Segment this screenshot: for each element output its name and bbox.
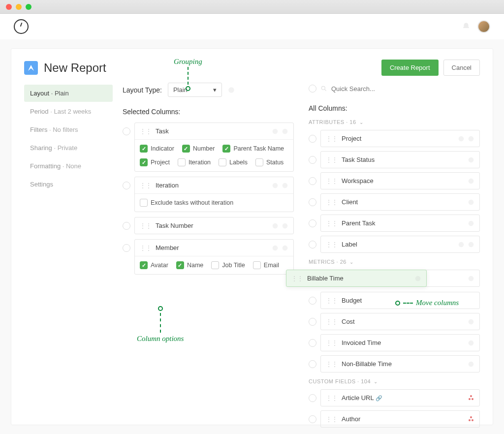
create-report-button[interactable]: Create Report <box>381 60 439 76</box>
group-header-attributes[interactable]: ATTRIBUTES · 16 ⌄ <box>309 119 480 125</box>
available-column-non-billable-time[interactable]: ⋮⋮Non-Billable Time <box>320 355 480 372</box>
drag-handle-icon[interactable]: ⋮⋮ <box>326 221 338 226</box>
search-input[interactable] <box>331 85 480 93</box>
group-radio[interactable] <box>309 156 316 164</box>
drag-handle-icon[interactable]: ⋮⋮ <box>140 129 152 134</box>
checkbox[interactable] <box>182 145 190 153</box>
option-job-title[interactable]: Job Title <box>211 261 245 269</box>
info-icon[interactable] <box>228 87 235 93</box>
drag-handle-icon[interactable]: ⋮⋮ <box>326 341 338 345</box>
window-min-dot[interactable] <box>16 4 22 10</box>
available-column-budget[interactable]: ⋮⋮Budget <box>320 292 480 309</box>
group-radio[interactable] <box>309 198 316 206</box>
dragging-column[interactable]: ⋮⋮ Billable Time <box>286 270 427 287</box>
info-icon[interactable] <box>468 199 474 206</box>
drag-handle-icon[interactable]: ⋮⋮ <box>326 179 338 184</box>
info-icon[interactable] <box>468 178 474 185</box>
group-radio[interactable] <box>309 415 316 423</box>
drag-handle-icon[interactable]: ⋮⋮ <box>326 242 338 247</box>
group-radio[interactable] <box>123 222 130 230</box>
available-column-parent-task[interactable]: ⋮⋮Parent Task <box>320 215 480 232</box>
info-icon[interactable] <box>468 318 474 325</box>
info-icon[interactable] <box>468 340 474 346</box>
info-icon[interactable] <box>468 135 474 142</box>
option-project[interactable]: Project <box>140 158 170 166</box>
gear-icon[interactable] <box>458 241 465 248</box>
drag-handle-icon[interactable]: ⋮⋮ <box>291 276 303 281</box>
available-column-workspace[interactable]: ⋮⋮Workspace <box>320 172 480 189</box>
app-logo[interactable] <box>14 19 29 34</box>
checkbox[interactable] <box>140 145 148 153</box>
checkbox[interactable] <box>178 158 186 166</box>
info-icon[interactable] <box>282 182 288 189</box>
gear-icon[interactable] <box>272 182 279 189</box>
group-radio[interactable] <box>309 177 316 185</box>
info-icon[interactable] <box>282 245 288 251</box>
sidebar-item-period[interactable]: Period · Last 2 weeks <box>24 103 113 120</box>
available-column-label[interactable]: ⋮⋮Label <box>320 236 480 253</box>
group-radio[interactable] <box>309 135 316 143</box>
checkbox[interactable] <box>176 261 184 269</box>
option-avatar[interactable]: Avatar <box>140 261 168 269</box>
available-column-client[interactable]: ⋮⋮Client <box>320 193 480 211</box>
checkbox[interactable] <box>140 158 148 166</box>
window-max-dot[interactable] <box>26 4 32 10</box>
gear-icon[interactable] <box>458 135 465 142</box>
available-column-invoiced-time[interactable]: ⋮⋮Invoiced Time <box>320 334 480 351</box>
cancel-button[interactable]: Cancel <box>443 60 480 76</box>
checkbox[interactable] <box>140 261 148 269</box>
checkbox[interactable] <box>219 158 226 166</box>
checkbox[interactable] <box>211 261 219 269</box>
checkbox[interactable] <box>222 145 230 153</box>
window-close-dot[interactable] <box>6 4 12 10</box>
column-header[interactable]: ⋮⋮Task Number <box>135 217 293 234</box>
sidebar-item-sharing[interactable]: Sharing · Private <box>24 139 113 156</box>
available-column-project[interactable]: ⋮⋮Project <box>320 130 480 147</box>
option-indicator[interactable]: Indicator <box>140 145 174 153</box>
available-column-article-url[interactable]: ⋮⋮Article URL 🔗 <box>320 389 480 406</box>
option-labels[interactable]: Labels <box>219 158 248 166</box>
group-radio[interactable] <box>309 339 316 347</box>
drag-handle-icon[interactable]: ⋮⋮ <box>326 200 338 205</box>
info-icon[interactable] <box>282 222 288 229</box>
group-radio[interactable] <box>309 394 316 402</box>
group-radio[interactable] <box>309 297 316 305</box>
drag-handle-icon[interactable]: ⋮⋮ <box>326 396 338 401</box>
info-icon[interactable] <box>468 156 474 163</box>
option-email[interactable]: Email <box>253 261 279 269</box>
sidebar-item-formatting[interactable]: Formatting · None <box>24 157 113 175</box>
group-header-custom-fields[interactable]: CUSTOM FIELDS · 104 ⌄ <box>309 378 480 384</box>
column-header[interactable]: ⋮⋮Task <box>135 123 293 139</box>
checkbox[interactable] <box>255 158 263 166</box>
sidebar-item-settings[interactable]: Settings <box>24 176 113 193</box>
group-header-metrics[interactable]: METRICS · 26 ⌄ <box>309 259 480 265</box>
drag-handle-icon[interactable]: ⋮⋮ <box>326 157 338 162</box>
sidebar-item-filters[interactable]: Filters · No filters <box>24 121 113 138</box>
group-radio[interactable] <box>123 182 130 189</box>
option-parent-task-name[interactable]: Parent Task Name <box>222 145 284 153</box>
group-radio[interactable] <box>123 127 130 135</box>
available-column-task-status[interactable]: ⋮⋮Task Status <box>320 151 480 168</box>
drag-handle-icon[interactable]: ⋮⋮ <box>326 136 338 141</box>
group-radio[interactable] <box>309 318 316 326</box>
group-radio[interactable] <box>309 360 316 368</box>
drag-handle-icon[interactable]: ⋮⋮ <box>140 183 152 188</box>
available-column-cost[interactable]: ⋮⋮Cost <box>320 313 480 330</box>
info-icon[interactable] <box>468 220 474 227</box>
drag-handle-icon[interactable]: ⋮⋮ <box>326 417 338 422</box>
info-icon[interactable] <box>468 241 474 248</box>
drag-handle-icon[interactable]: ⋮⋮ <box>326 298 338 303</box>
drag-handle-icon[interactable]: ⋮⋮ <box>140 223 152 228</box>
checkbox[interactable] <box>140 199 148 207</box>
gear-icon[interactable] <box>272 245 279 251</box>
available-column-author[interactable]: ⋮⋮Author <box>320 410 480 428</box>
gear-icon[interactable] <box>272 222 279 229</box>
option-number[interactable]: Number <box>182 145 215 153</box>
option-exclude-tasks-without-iteration[interactable]: Exclude tasks without iteration <box>140 199 233 207</box>
layout-type-select[interactable]: Plain ▾ <box>168 83 222 97</box>
checkbox[interactable] <box>253 261 261 269</box>
group-radio[interactable] <box>309 219 316 227</box>
drag-handle-icon[interactable]: ⋮⋮ <box>140 246 152 250</box>
drag-handle-icon[interactable]: ⋮⋮ <box>326 319 338 324</box>
sidebar-item-layout[interactable]: Layout · Plain <box>24 85 113 102</box>
